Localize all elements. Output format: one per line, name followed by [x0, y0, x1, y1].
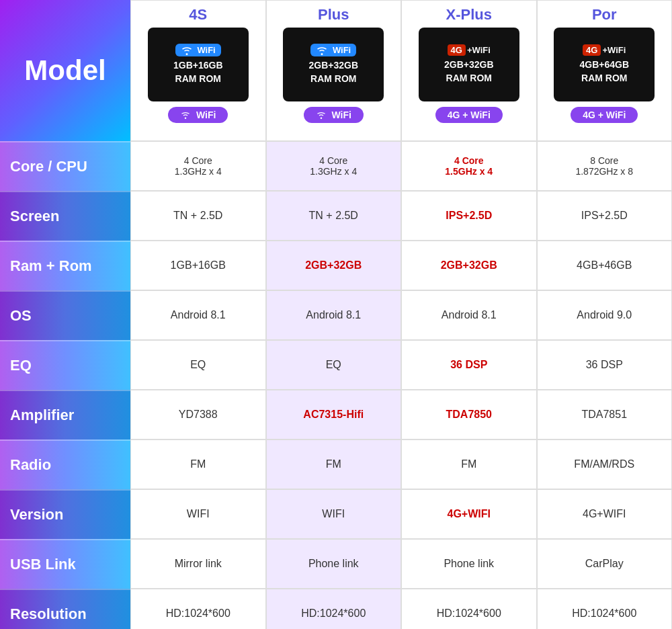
row-label-core---cpu: Core / CPU	[0, 141, 130, 191]
data-cell: Android 9.0	[537, 290, 673, 340]
data-cell: TN + 2.5D	[266, 191, 402, 241]
data-cell: IPS+2.5D	[401, 191, 537, 241]
model-name-por: Por	[592, 6, 617, 24]
data-cell: 4 Core 1.3GHz x 4	[266, 141, 402, 191]
header-col-4s: 4S WiFi1GB+16GBRAM ROM WiFi	[130, 0, 266, 141]
connectivity-badge: WiFi	[168, 107, 228, 123]
data-cell: FM	[130, 439, 266, 489]
data-cell: EQ	[266, 340, 402, 390]
ram-rom-text: 2GB+32GBRAM ROM	[308, 59, 358, 85]
row-label-screen: Screen	[0, 191, 130, 241]
model-image-plus: WiFi2GB+32GBRAM ROM	[283, 28, 384, 101]
row-label-radio: Radio	[0, 439, 130, 489]
row-label-amplifier: Amplifier	[0, 390, 130, 439]
model-header-label: Model	[0, 0, 130, 141]
data-cell: YD7388	[130, 390, 266, 439]
data-cell: 1GB+16GB	[130, 241, 266, 290]
data-cell: Phone link	[266, 539, 402, 589]
fourgwifi-badge: 4G+WiFi	[448, 44, 491, 56]
connectivity-badge: 4G + WiFi	[435, 107, 503, 123]
row-label-os: OS	[0, 290, 130, 340]
data-cell: IPS+2.5D	[537, 191, 673, 241]
row-label-eq: EQ	[0, 340, 130, 390]
data-cell: 2GB+32GB	[401, 241, 537, 290]
ram-rom-text: 1GB+16GBRAM ROM	[173, 59, 223, 85]
data-cell: HD:1024*600	[537, 589, 673, 629]
data-cell: Android 8.1	[401, 290, 537, 340]
data-cell: Mirror link	[130, 539, 266, 589]
header-col-x-plus: X-Plus4G+WiFi2GB+32GBRAM ROM4G + WiFi	[401, 0, 537, 141]
header-col-por: Por4G+WiFi4GB+64GBRAM ROM4G + WiFi	[537, 0, 673, 141]
row-label-resolution: Resolution	[0, 589, 130, 629]
data-cell: HD:1024*600	[401, 589, 537, 629]
data-cell: FM	[266, 439, 402, 489]
row-label-version: Version	[0, 489, 130, 539]
row-label-usb-link: USB Link	[0, 539, 130, 589]
data-cell: Android 8.1	[266, 290, 402, 340]
data-cell: 4 Core 1.5GHz x 4	[401, 141, 537, 191]
data-cell: Android 8.1	[130, 290, 266, 340]
comparison-table: Model4S WiFi1GB+16GBRAM ROM WiFiPlus WiF…	[0, 0, 672, 629]
ram-rom-text: 2GB+32GBRAM ROM	[444, 58, 494, 85]
data-cell: TN + 2.5D	[130, 191, 266, 241]
data-cell: 4GB+46GB	[537, 241, 673, 290]
data-cell: 4G+WIFI	[401, 489, 537, 539]
data-cell: WIFI	[130, 489, 266, 539]
data-cell: WIFI	[266, 489, 402, 539]
data-cell: TDA7850	[401, 390, 537, 439]
ram-rom-text: 4GB+64GBRAM ROM	[579, 58, 629, 85]
data-cell: 2GB+32GB	[266, 241, 402, 290]
data-cell: TDA7851	[537, 390, 673, 439]
data-cell: 36 DSP	[537, 340, 673, 390]
data-cell: EQ	[130, 340, 266, 390]
model-name-4s: 4S	[189, 6, 207, 24]
data-cell: 4G+WIFI	[537, 489, 673, 539]
data-cell: FM/AM/RDS	[537, 439, 673, 489]
data-cell: CarPlay	[537, 539, 673, 589]
data-cell: 8 Core 1.872GHz x 8	[537, 141, 673, 191]
wifi-badge: WiFi	[175, 44, 221, 57]
model-image-4s: WiFi1GB+16GBRAM ROM	[148, 28, 249, 101]
connectivity-badge: 4G + WiFi	[571, 107, 638, 123]
data-cell: AC7315-Hifi	[266, 390, 402, 439]
data-cell: Phone link	[401, 539, 537, 589]
data-cell: 36 DSP	[401, 340, 537, 390]
header-col-plus: Plus WiFi2GB+32GBRAM ROM WiFi	[266, 0, 402, 141]
data-cell: FM	[401, 439, 537, 489]
model-image-x-plus: 4G+WiFi2GB+32GBRAM ROM	[419, 28, 519, 101]
wifi-badge: WiFi	[310, 44, 356, 57]
data-cell: HD:1024*600	[130, 589, 266, 629]
model-name-plus: Plus	[318, 6, 349, 24]
row-label-ram---rom: Ram + Rom	[0, 241, 130, 290]
data-cell: 4 Core 1.3GHz x 4	[130, 141, 266, 191]
model-image-por: 4G+WiFi4GB+64GBRAM ROM	[554, 28, 655, 101]
fourgwifi-badge: 4G+WiFi	[583, 44, 626, 56]
connectivity-badge: WiFi	[304, 107, 364, 123]
data-cell: HD:1024*600	[266, 589, 402, 629]
model-name-x-plus: X-Plus	[446, 6, 492, 24]
